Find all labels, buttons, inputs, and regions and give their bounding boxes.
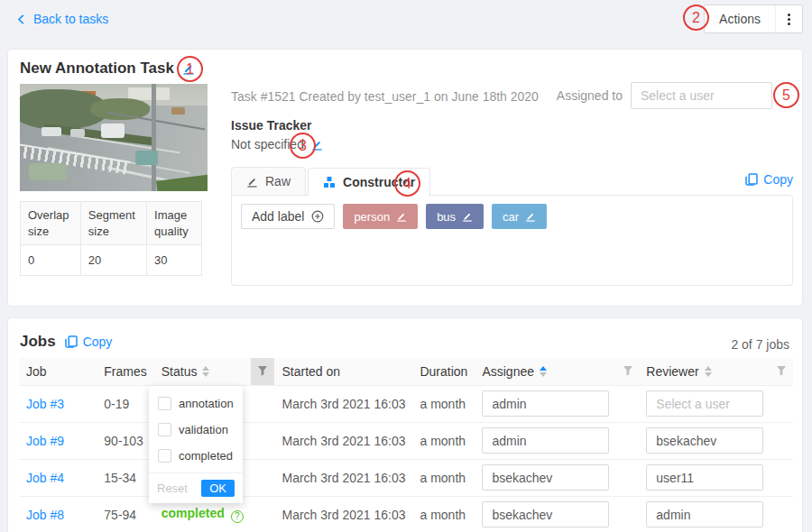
- task-meta-text: Task #1521 Created by test_user_1 on Jun…: [231, 89, 539, 104]
- job-3-started: March 3rd 2021 16:03: [274, 385, 412, 422]
- label-chip-person[interactable]: person: [343, 204, 418, 229]
- tab-raw[interactable]: Raw: [231, 167, 306, 196]
- job-8-status: completed: [161, 506, 225, 520]
- job-8-link[interactable]: Job #8: [26, 508, 64, 522]
- job-3-duration: a month: [412, 385, 475, 422]
- task-preview-image: [20, 84, 208, 191]
- label-chip-bus[interactable]: bus: [426, 204, 484, 229]
- param-header-quality: Image quality: [147, 202, 202, 245]
- more-vertical-icon[interactable]: [775, 5, 802, 32]
- actions-button[interactable]: Actions: [704, 5, 803, 33]
- reviewer-filter-icon[interactable]: [770, 358, 793, 385]
- param-header-segment: Segment size: [80, 202, 146, 245]
- label-chip-car[interactable]: car: [492, 204, 547, 229]
- checkbox-completed[interactable]: [158, 449, 171, 463]
- add-label-button[interactable]: Add label: [241, 204, 335, 229]
- label-bus-edit-icon[interactable]: [462, 211, 473, 222]
- job-4-frames: 15-34: [97, 459, 153, 496]
- job-4-assignee-select[interactable]: [482, 464, 609, 491]
- copy-jobs-button[interactable]: Copy: [65, 335, 113, 349]
- param-value-overlap: 0: [21, 245, 81, 276]
- annotation-circle-2: 2: [683, 5, 709, 31]
- table-row: Job #8 75-94 completed? March 3rd 2021 1…: [19, 496, 793, 532]
- job-3-link[interactable]: Job #3: [26, 397, 64, 411]
- status-filter-dropdown: annotation validation completed Reset OK: [149, 386, 243, 503]
- job-4-link[interactable]: Job #4: [26, 471, 64, 485]
- annotation-circle-3: 3: [290, 133, 316, 159]
- job-9-link[interactable]: Job #9: [26, 434, 64, 448]
- labels-constructor-pane: Add label person bus car: [231, 195, 793, 286]
- status-filter-icon[interactable]: [251, 358, 275, 385]
- column-header-duration: Duration: [412, 358, 475, 385]
- column-header-status[interactable]: Status: [154, 358, 251, 385]
- job-4-reviewer-select[interactable]: [646, 464, 762, 491]
- block-icon: [323, 176, 336, 188]
- table-row: Job #9 90-103 March 3rd 2021 16:03 a mon…: [19, 422, 793, 459]
- job-3-assignee-select[interactable]: [482, 390, 609, 417]
- table-row: Job #3 0-19 March 3rd 2021 16:03 a month: [19, 385, 793, 422]
- reviewer-sort-icon[interactable]: [705, 366, 712, 377]
- status-sort-icon[interactable]: [202, 366, 209, 377]
- filter-option-annotation[interactable]: annotation: [149, 390, 243, 417]
- job-3-reviewer-select[interactable]: [646, 390, 762, 417]
- task-title-row: New Annotation Task: [20, 60, 195, 78]
- job-8-reviewer-select[interactable]: [646, 501, 762, 527]
- job-9-reviewer-select[interactable]: [646, 427, 762, 454]
- label-car-edit-icon[interactable]: [525, 211, 536, 222]
- filter-option-completed[interactable]: completed: [149, 443, 243, 469]
- checkbox-validation[interactable]: [158, 423, 171, 436]
- column-header-job: Job: [19, 358, 97, 385]
- jobs-table: Job Frames Status Started on Duration As…: [19, 358, 793, 532]
- job-9-started: March 3rd 2021 16:03: [274, 422, 412, 459]
- filter-reset-button[interactable]: Reset: [157, 482, 188, 495]
- job-8-started: March 3rd 2021 16:03: [274, 496, 412, 532]
- label-bus-name: bus: [437, 210, 456, 224]
- job-8-duration: a month: [412, 496, 475, 532]
- annotation-circle-5: 5: [773, 82, 799, 108]
- actions-label: Actions: [705, 5, 775, 32]
- annotation-circle-1: 1: [177, 56, 203, 82]
- filter-ok-button[interactable]: OK: [201, 480, 235, 497]
- pencil-icon: [246, 176, 258, 188]
- back-to-tasks-label: Back to tasks: [33, 12, 108, 26]
- job-8-assignee-select[interactable]: [482, 501, 609, 527]
- copy-labels-button[interactable]: Copy: [745, 172, 793, 187]
- label-person-edit-icon[interactable]: [396, 211, 407, 222]
- label-person-name: person: [354, 210, 390, 224]
- param-value-segment: 20: [80, 245, 146, 276]
- param-value-quality: 30: [147, 245, 202, 276]
- column-header-frames: Frames: [97, 358, 153, 385]
- job-4-started: March 3rd 2021 16:03: [274, 459, 412, 496]
- label-car-name: car: [503, 210, 519, 224]
- column-header-assignee[interactable]: Assignee: [475, 358, 616, 385]
- assignee-sort-icon[interactable]: [540, 366, 547, 377]
- filter-option-completed-label: completed: [179, 449, 233, 463]
- add-label-text: Add label: [252, 209, 304, 224]
- filter-option-annotation-label: annotation: [179, 397, 234, 410]
- task-parameters-table: Overlap size Segment size Image quality …: [20, 201, 202, 276]
- job-9-assignee-select[interactable]: [482, 427, 609, 454]
- job-4-duration: a month: [412, 459, 475, 496]
- assigned-to-block: Assigned to: [557, 82, 772, 109]
- question-circle-icon[interactable]: ?: [231, 510, 244, 523]
- page-title: New Annotation Task: [20, 60, 174, 78]
- column-header-reviewer[interactable]: Reviewer: [639, 358, 770, 385]
- copy-labels-label: Copy: [763, 172, 793, 187]
- tab-raw-label: Raw: [265, 174, 291, 188]
- job-9-frames: 90-103: [97, 422, 153, 459]
- task-assignee-select[interactable]: [631, 82, 772, 109]
- jobs-count: 2 of 7 jobs: [731, 337, 789, 352]
- assignee-filter-icon[interactable]: [616, 358, 639, 385]
- param-header-overlap: Overlap size: [21, 202, 81, 245]
- filter-option-validation[interactable]: validation: [149, 417, 243, 443]
- checkbox-annotation[interactable]: [158, 397, 171, 410]
- job-3-frames: 0-19: [97, 385, 153, 422]
- annotation-circle-4: 4: [394, 170, 420, 197]
- jobs-card: Jobs Copy 2 of 7 jobs Job Frames Status: [7, 317, 803, 532]
- copy-jobs-label: Copy: [83, 335, 113, 349]
- back-to-tasks-link[interactable]: Back to tasks: [16, 12, 108, 26]
- issue-tracker-label: Issue Tracker: [231, 118, 312, 133]
- copy-icon: [65, 335, 78, 348]
- job-8-frames: 75-94: [97, 496, 153, 532]
- copy-icon: [745, 173, 758, 186]
